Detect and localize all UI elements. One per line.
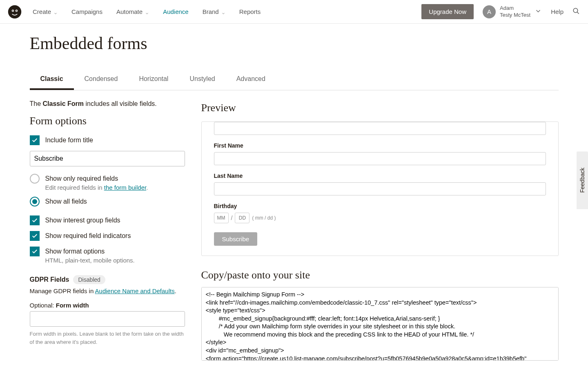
format-options-sub: HTML, plain-text, mobile options.: [45, 257, 135, 264]
logo[interactable]: [7, 4, 23, 20]
preview-last-name-input[interactable]: [214, 182, 546, 195]
show-all-fields-label: Show all fields: [45, 197, 87, 206]
preview-date-hint: ( mm / dd ): [252, 215, 276, 221]
tab-condensed[interactable]: Condensed: [74, 70, 129, 90]
show-required-only-radio[interactable]: [30, 174, 40, 184]
form-width-helper: Form width in pixels. Leave blank to let…: [30, 330, 185, 346]
form-builder-link[interactable]: the form builder: [104, 184, 146, 191]
preview-first-name-label: First Name: [214, 142, 546, 149]
user-last-name: Testy McTest: [500, 12, 530, 19]
form-options-heading: Form options: [30, 115, 185, 127]
chevron-down-icon: [535, 7, 542, 16]
svg-point-3: [12, 10, 13, 11]
nav-items: CreateCampaignsAutomateAudienceBrandRepo…: [33, 8, 421, 15]
page-title: Embedded forms: [30, 34, 559, 53]
account-menu[interactable]: A Adam Testy McTest: [483, 5, 542, 19]
preview-subscribe-button[interactable]: Subscribe: [214, 232, 258, 246]
feedback-tab[interactable]: Feedback: [577, 151, 588, 209]
tab-classic[interactable]: Classic: [30, 70, 74, 90]
gdpr-badge: Disabled: [73, 275, 105, 284]
preview-birthday-label: Birthday: [214, 203, 546, 209]
preview-month-input[interactable]: [214, 213, 229, 223]
tab-horizontal[interactable]: Horizontal: [128, 70, 179, 90]
intro-text: The Classic Form includes all visible fi…: [30, 100, 185, 108]
embed-code-textarea[interactable]: [201, 287, 559, 361]
copy-heading: Copy/paste onto your site: [201, 269, 559, 281]
form-title-input[interactable]: [30, 151, 185, 166]
show-required-only-label: Show only required fields: [45, 174, 148, 183]
help-link[interactable]: Help: [551, 8, 564, 15]
upgrade-button[interactable]: Upgrade Now: [421, 4, 474, 19]
audience-defaults-link[interactable]: Audience Name and Defaults: [95, 287, 175, 294]
svg-point-0: [8, 5, 21, 18]
form-width-input[interactable]: [30, 311, 185, 327]
user-first-name: Adam: [500, 5, 530, 12]
form-width-label: Optional: Form width: [30, 302, 185, 309]
preview-day-input[interactable]: [235, 213, 249, 223]
intro-prefix: The: [30, 100, 43, 107]
preview-heading: Preview: [201, 102, 559, 114]
nav-item-audience[interactable]: Audience: [163, 8, 189, 15]
svg-line-6: [577, 12, 579, 14]
svg-point-4: [16, 10, 17, 11]
format-options-checkbox[interactable]: [30, 247, 40, 256]
nav-item-campaigns[interactable]: Campaigns: [71, 8, 102, 15]
nav-item-brand[interactable]: Brand: [203, 8, 225, 15]
include-title-checkbox[interactable]: [30, 135, 40, 145]
preview-last-name-label: Last Name: [214, 173, 546, 179]
preview-first-name-input[interactable]: [214, 152, 546, 165]
tab-unstyled[interactable]: Unstyled: [179, 70, 225, 90]
chevron-down-icon: [53, 10, 58, 14]
preview-box: First Name Last Name Birthday / ( mm / d…: [201, 121, 559, 256]
nav-item-reports[interactable]: Reports: [239, 8, 261, 15]
gdpr-text: Manage GDPR fields in Audience Name and …: [30, 287, 185, 294]
edit-required-sub: Edit required fields in the form builder…: [45, 184, 148, 191]
chevron-down-icon: [221, 10, 225, 14]
intro-suffix: includes all visible fields.: [84, 100, 157, 107]
tabs: ClassicCondensedHorizontalUnstyledAdvanc…: [30, 70, 559, 90]
avatar: A: [483, 5, 496, 18]
top-nav: CreateCampaignsAutomateAudienceBrandRepo…: [0, 0, 588, 24]
required-indicators-checkbox[interactable]: [30, 231, 40, 241]
gdpr-label: GDPR Fields: [30, 276, 69, 283]
format-options-label: Show format options: [45, 247, 135, 256]
svg-point-5: [573, 8, 578, 13]
required-indicators-label: Show required field indicators: [45, 231, 131, 240]
intro-bold: Classic Form: [43, 100, 84, 107]
search-icon[interactable]: [572, 7, 580, 16]
nav-item-create[interactable]: Create: [33, 8, 58, 15]
nav-item-automate[interactable]: Automate: [116, 8, 149, 15]
tab-advanced[interactable]: Advanced: [226, 70, 276, 90]
interest-groups-checkbox[interactable]: [30, 215, 40, 225]
show-all-fields-radio[interactable]: [30, 197, 40, 206]
preview-input-top[interactable]: [214, 122, 546, 135]
interest-groups-label: Show interest group fields: [45, 215, 120, 225]
nav-right: Upgrade Now A Adam Testy McTest Help: [421, 4, 580, 19]
chevron-down-icon: [145, 10, 149, 14]
include-title-label: Include form title: [45, 135, 93, 145]
